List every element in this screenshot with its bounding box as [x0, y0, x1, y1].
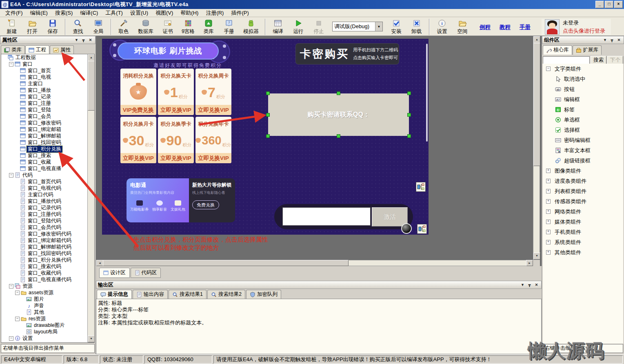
tree-expander-icon[interactable]: +	[546, 189, 551, 193]
login-hint[interactable]: 点击头像进行登录	[563, 27, 605, 35]
left-tab-工程[interactable]: 工程	[25, 45, 49, 55]
tree-item[interactable]: 窗口_播放代码	[1, 198, 94, 204]
card-key-input[interactable]	[282, 207, 371, 226]
card-exchange-button[interactable]: 立即兑换VIP	[120, 153, 156, 163]
selection-handle[interactable]	[266, 134, 270, 138]
selection-handle[interactable]	[337, 134, 340, 138]
tree-expander-icon[interactable]: +	[546, 240, 551, 244]
output-tab-0[interactable]: 提示信息	[97, 290, 132, 299]
tree-expander-icon[interactable]: +	[546, 199, 551, 204]
tree-item[interactable]: 窗口_会员	[1, 113, 94, 120]
menu-item-2[interactable]: 搜索(S)	[51, 9, 76, 18]
component-item[interactable]: A编辑框	[543, 94, 623, 104]
toolbar-button-uninstall[interactable]: 卸载	[406, 18, 427, 35]
toolbar-button-save[interactable]: 保存	[42, 18, 63, 35]
maximize-button[interactable]: □	[605, 1, 613, 8]
tree-item[interactable]: 工程数据	[1, 54, 94, 61]
menu-item-6[interactable]: 视图(V)	[152, 9, 177, 18]
component-item[interactable]: 取消选中	[543, 74, 623, 84]
component-group[interactable]: +进度条类组件	[543, 176, 623, 186]
points-card[interactable]: 积分兑换天卡1积分立即兑换VIP	[158, 69, 194, 115]
component-item[interactable]: 超级链接框	[543, 155, 623, 166]
component-item[interactable]: 标标签	[543, 104, 623, 115]
right-tab-核心库[interactable]: 核心库	[543, 45, 572, 55]
component-item[interactable]: A丰富文本框	[543, 145, 623, 155]
card-exchange-button[interactable]: VIP免费兑换	[120, 105, 156, 115]
output-tab-2[interactable]: 搜索结果1	[169, 290, 207, 299]
tree-item[interactable]: −代码	[1, 172, 94, 178]
points-card[interactable]: 积分兑换季卡90积分立即兑换VIP	[158, 117, 194, 163]
menu-item-4[interactable]: 工具(T)	[102, 9, 127, 18]
component-group[interactable]: +系统类组件	[543, 237, 623, 247]
login-area[interactable]: 未登录点击头像进行登录	[542, 19, 611, 35]
toolbar-button-run[interactable]: 运行	[288, 18, 309, 35]
component-group[interactable]: +图像类组件	[543, 166, 623, 176]
selected-label-component[interactable]: 购买卡密请联系QQ：	[268, 93, 409, 136]
tree-item[interactable]: 属性	[1, 342, 94, 343]
tree-item[interactable]: 窗口_积分兑换	[1, 146, 94, 152]
scroll-thumb[interactable]	[533, 43, 540, 166]
scroll-up-icon[interactable]: ▲	[533, 36, 540, 43]
tree-item[interactable]: 窗口_收藏代码	[1, 270, 94, 276]
tree-item[interactable]: 主窗口代码	[1, 191, 94, 198]
tree-item[interactable]: ?其他	[1, 309, 94, 315]
tree-item[interactable]: −资源	[1, 283, 94, 289]
panel-pin-icon[interactable]: ┳	[526, 282, 533, 288]
menu-item-3[interactable]: 编译(C)	[76, 9, 102, 18]
points-card[interactable]: 消耗积分兑换★VIP免费兑换	[120, 69, 156, 115]
toolbar-button-global[interactable]: 全局	[88, 18, 109, 35]
tree-expander-icon[interactable]: +	[546, 250, 551, 255]
tree-expander-icon[interactable]: +	[546, 169, 551, 173]
tree-item[interactable]: −assets资源	[1, 289, 94, 296]
tree-item[interactable]: 窗口_电视	[1, 74, 94, 80]
selection-handle[interactable]	[266, 113, 270, 117]
tree-item[interactable]: 窗口_绑定邮箱	[1, 126, 94, 133]
component-item[interactable]: ***密码编辑框	[543, 135, 623, 145]
panel-collapse-icon[interactable]: ▼	[73, 37, 80, 43]
menu-item-9[interactable]: 插件(P)	[227, 9, 252, 18]
selection-handle[interactable]	[337, 91, 340, 95]
scroll-left-icon[interactable]: ◄	[96, 260, 103, 266]
link-2[interactable]: 手册	[520, 24, 531, 31]
tree-item[interactable]: −res资源	[1, 315, 94, 322]
tree-item[interactable]: 窗口_搜索代码	[1, 263, 94, 270]
scroll-up-icon[interactable]: ▲	[88, 54, 95, 61]
toolbar-button-find[interactable]: 查找	[68, 18, 88, 35]
component-item[interactable]: 选择框	[543, 125, 623, 135]
component-group[interactable]: −文字类组件	[543, 64, 623, 74]
panel-collapse-icon[interactable]: ▼	[602, 37, 608, 43]
tree-item[interactable]: layout布局	[1, 328, 94, 335]
tree-item[interactable]: 窗口_播放	[1, 87, 94, 93]
menu-item-1[interactable]: 编辑(E)	[27, 9, 51, 18]
toolbar-button-grid9[interactable]: 9宫格	[178, 18, 198, 35]
card-exchange-button[interactable]: 立即兑换VIP	[195, 105, 231, 115]
panel-close-icon[interactable]: ✕	[616, 37, 622, 43]
tree-item[interactable]: 图片	[1, 296, 94, 302]
component-group[interactable]: +手机类组件	[543, 227, 623, 237]
toolbar-button-manual[interactable]: ?手册	[219, 18, 239, 35]
scroll-down-icon[interactable]: ▼	[88, 335, 95, 342]
tree-item[interactable]: 窗口_修改密码代码	[1, 231, 94, 237]
tree-item[interactable]: 窗口_收藏	[1, 159, 94, 165]
tree-item[interactable]: 窗口_首页代码	[1, 178, 94, 185]
phone-screen-preview[interactable]: 环球电影 刷片挑战 邀请好友即可获得免费积分 消耗积分兑换★VIP免费兑换积分兑…	[102, 39, 429, 235]
scroll-thumb[interactable]	[88, 61, 95, 111]
minimize-button[interactable]: _	[595, 1, 604, 8]
tree-expander-icon[interactable]: −	[15, 317, 20, 321]
toolbar-button-libs[interactable]: 类库	[198, 18, 219, 35]
points-card[interactable]: 积分兑换年卡360积分立即兑换VIP	[195, 117, 231, 163]
points-card[interactable]: 积分兑换周卡7积分立即兑换VIP	[195, 69, 231, 115]
component-item[interactable]: ab按钮	[543, 84, 623, 94]
points-card[interactable]: 积分兑换月卡30积分立即兑换VIP	[120, 117, 156, 163]
tree-expander-icon[interactable]: +	[546, 230, 551, 234]
selection-handle[interactable]	[266, 91, 270, 95]
toolbar-button-settings[interactable]: i设置	[432, 18, 452, 35]
tab-design-area[interactable]: 设计区	[99, 268, 130, 278]
canvas-vertical-scrollbar[interactable]: ▲ ▼	[533, 36, 540, 260]
tab-code-area[interactable]: 代码区	[131, 268, 161, 278]
selection-handle[interactable]	[407, 134, 411, 138]
design-canvas[interactable]: 环球电影 刷片挑战 邀请好友即可获得免费积分 消耗积分兑换★VIP免费兑换积分兑…	[96, 36, 542, 266]
tree-item[interactable]: 窗口_记录	[1, 93, 94, 100]
tree-expander-icon[interactable]: −	[9, 173, 13, 178]
tree-item[interactable]: 窗口_解绑邮箱代码	[1, 244, 94, 250]
